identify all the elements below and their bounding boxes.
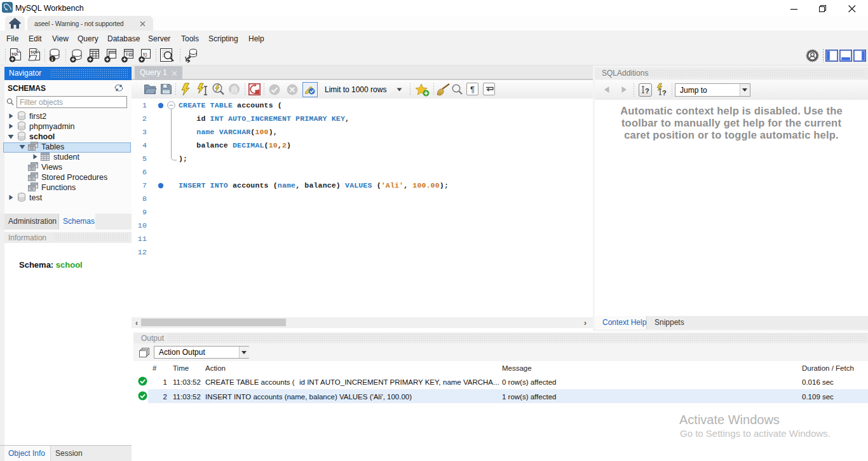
svg-text:SQL: SQL bbox=[11, 52, 19, 56]
svg-text:f(): f() bbox=[143, 52, 147, 57]
svg-text:?: ? bbox=[645, 87, 649, 95]
svg-text:SQL: SQL bbox=[31, 50, 38, 54]
svg-text:?: ? bbox=[662, 89, 667, 97]
